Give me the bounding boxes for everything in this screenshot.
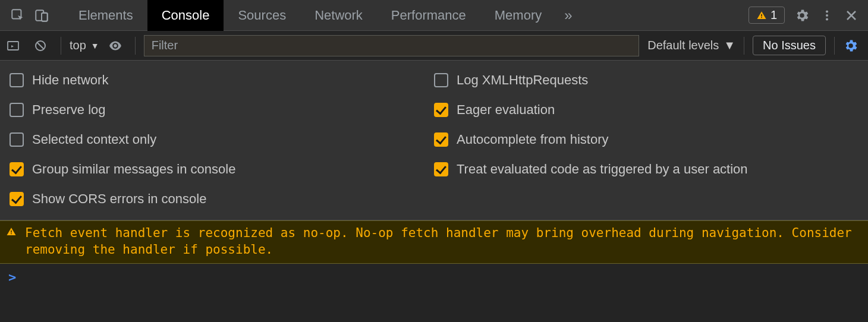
tab-label: Console xyxy=(162,8,210,23)
kebab-menu-icon[interactable] xyxy=(820,4,834,27)
tab-sources[interactable]: Sources xyxy=(224,0,300,31)
tab-label: Sources xyxy=(238,8,286,23)
opt-group-similar[interactable]: Group similar messages in console xyxy=(10,162,434,177)
svg-point-7 xyxy=(826,14,828,16)
opt-treat-user-action[interactable]: Treat evaluated code as triggered by a u… xyxy=(434,162,858,177)
opt-hide-network[interactable]: Hide network xyxy=(10,72,434,88)
checkbox[interactable] xyxy=(10,132,24,147)
warnings-count: 1 xyxy=(770,8,777,22)
opt-autocomplete-history[interactable]: Autocomplete from history xyxy=(434,132,858,147)
context-label: top xyxy=(70,39,86,52)
tab-performance[interactable]: Performance xyxy=(377,0,480,31)
settings-gear-icon[interactable] xyxy=(794,4,810,27)
chevron-down-icon: ▼ xyxy=(91,41,99,50)
divider xyxy=(834,37,835,55)
divider xyxy=(744,37,744,55)
checkbox[interactable] xyxy=(10,162,24,176)
tab-memory[interactable]: Memory xyxy=(480,0,556,31)
tab-network[interactable]: Network xyxy=(300,0,377,31)
option-label: Preserve log xyxy=(32,102,106,118)
opt-show-cors[interactable]: Show CORS errors in console xyxy=(10,191,434,207)
option-label: Eager evaluation xyxy=(457,102,555,118)
tab-label: Performance xyxy=(391,8,466,23)
tab-elements[interactable]: Elements xyxy=(64,0,147,31)
svg-point-6 xyxy=(826,10,828,12)
levels-selector[interactable]: Default levels ▼ xyxy=(647,39,735,52)
checkbox[interactable] xyxy=(434,103,448,117)
checkbox[interactable] xyxy=(10,192,24,206)
console-toolbar: top ▼ Default levels ▼ No Issues xyxy=(0,31,868,61)
tab-label: Network xyxy=(315,8,363,23)
option-label: Group similar messages in console xyxy=(32,162,235,177)
sidebar-toggle-icon[interactable] xyxy=(6,39,25,53)
filter-input[interactable] xyxy=(144,35,640,56)
inspect-element-icon[interactable] xyxy=(6,4,30,27)
checkbox[interactable] xyxy=(434,132,448,147)
divider xyxy=(61,37,61,55)
option-label: Log XMLHttpRequests xyxy=(457,72,588,88)
tab-overflow[interactable]: » xyxy=(556,0,580,31)
checkbox[interactable] xyxy=(10,103,24,117)
svg-rect-9 xyxy=(8,42,18,50)
live-expression-icon[interactable] xyxy=(108,38,127,53)
svg-rect-4 xyxy=(761,14,762,16)
close-icon[interactable] xyxy=(844,4,858,27)
console-prompt[interactable]: > xyxy=(0,264,868,291)
device-toggle-icon[interactable] xyxy=(30,4,54,27)
levels-label: Default levels xyxy=(647,39,719,52)
opt-selected-context[interactable]: Selected context only xyxy=(10,132,434,147)
issues-label: No Issues xyxy=(763,39,816,52)
warning-icon xyxy=(6,226,17,237)
opt-eager-evaluation[interactable]: Eager evaluation xyxy=(434,102,858,118)
checkbox[interactable] xyxy=(434,162,448,176)
prompt-chevron-icon: > xyxy=(8,270,16,285)
filter-field xyxy=(144,35,640,56)
console-settings-gear-icon[interactable] xyxy=(843,38,862,53)
devtools-tabbar: Elements Console Sources Network Perform… xyxy=(0,0,868,31)
tab-label: Memory xyxy=(495,8,542,23)
option-label: Treat evaluated code as triggered by a u… xyxy=(457,162,748,177)
option-label: Autocomplete from history xyxy=(457,132,609,147)
svg-point-8 xyxy=(826,18,828,20)
checkbox[interactable] xyxy=(10,73,24,87)
svg-rect-11 xyxy=(11,231,12,233)
panel-tabs: Elements Console Sources Network Perform… xyxy=(64,0,581,31)
opt-preserve-log[interactable]: Preserve log xyxy=(10,102,434,118)
option-label: Show CORS errors in console xyxy=(32,191,206,207)
svg-rect-12 xyxy=(11,233,12,235)
console-settings-panel: Hide network Log XMLHttpRequests Preserv… xyxy=(0,61,868,220)
checkbox[interactable] xyxy=(434,73,448,87)
context-selector[interactable]: top ▼ xyxy=(70,39,99,52)
issues-button[interactable]: No Issues xyxy=(753,36,826,55)
clear-console-icon[interactable] xyxy=(33,39,52,53)
warnings-badge[interactable]: 1 xyxy=(749,7,785,24)
option-label: Hide network xyxy=(32,72,108,88)
opt-log-xhr[interactable]: Log XMLHttpRequests xyxy=(434,72,858,88)
tab-label: Elements xyxy=(78,8,133,23)
warning-text: Fetch event handler is recognized as no-… xyxy=(25,225,862,258)
tab-console[interactable]: Console xyxy=(147,0,224,31)
option-label: Selected context only xyxy=(32,132,156,147)
console-warning-row[interactable]: Fetch event handler is recognized as no-… xyxy=(0,220,868,264)
divider xyxy=(135,37,136,55)
svg-rect-5 xyxy=(761,17,762,18)
chevron-down-icon: ▼ xyxy=(724,39,735,52)
svg-rect-2 xyxy=(42,12,48,21)
